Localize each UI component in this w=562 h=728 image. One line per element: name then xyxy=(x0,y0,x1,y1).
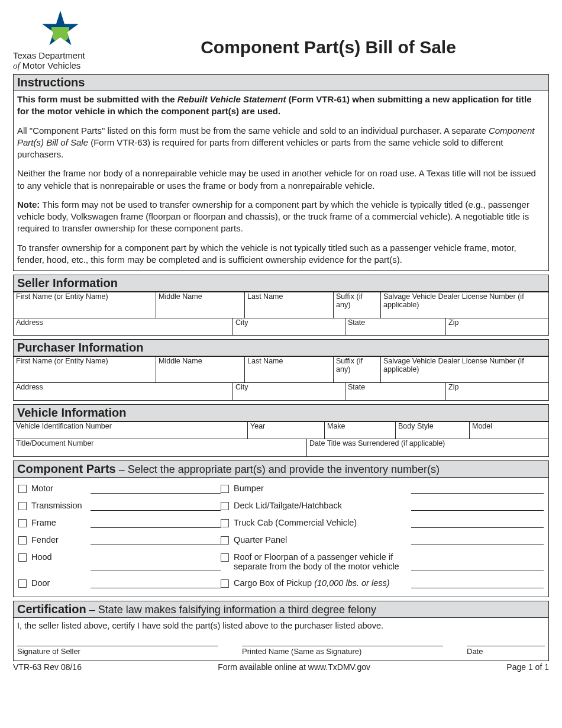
page-title: Component Part(s) Bill of Sale xyxy=(108,37,549,57)
checkbox-fender[interactable] xyxy=(18,536,27,545)
parts-heading-rest: – Select the appropriate part(s) and pro… xyxy=(116,463,440,475)
vin-field[interactable]: Vehicle Identification Number xyxy=(14,422,247,439)
inventory-number-field[interactable] xyxy=(411,535,544,545)
inventory-number-field[interactable] xyxy=(91,501,221,511)
part-label: Hood xyxy=(31,552,91,562)
instr-p2b: (Form VTR-63) is required for parts from… xyxy=(17,137,503,159)
seller-state-field[interactable]: State xyxy=(345,318,445,336)
purchaser-heading: Purchaser Information xyxy=(14,340,548,356)
checkbox-right-0[interactable] xyxy=(221,485,229,493)
model-field[interactable]: Model xyxy=(469,422,548,439)
seller-suffix-field[interactable]: Suffix (if any) xyxy=(333,292,380,318)
star-icon xyxy=(41,11,79,49)
checkbox-motor[interactable] xyxy=(18,485,27,493)
inventory-number-field[interactable] xyxy=(411,501,544,511)
purchaser-last-name-field[interactable]: Last Name xyxy=(244,357,333,382)
instr-p1a: This form must be submitted with the xyxy=(17,94,177,104)
checkbox-right-4[interactable] xyxy=(221,553,229,562)
part-label: Roof or Floorpan of a passenger vehicle … xyxy=(234,552,411,571)
checkbox-hood[interactable] xyxy=(18,553,27,562)
checkbox-right-1[interactable] xyxy=(221,502,229,510)
year-field[interactable]: Year xyxy=(247,422,324,439)
purchaser-zip-field[interactable]: Zip xyxy=(445,383,548,400)
purchaser-first-name-field[interactable]: First Name (or Entity Name) xyxy=(14,357,156,382)
instr-p1-ital: Rebuilt Vehicle Statement xyxy=(177,94,286,104)
purchaser-suffix-field[interactable]: Suffix (if any) xyxy=(333,357,380,382)
inventory-number-field[interactable] xyxy=(91,578,221,588)
part-label: Deck Lid/Tailgate/Hatchback xyxy=(234,501,411,510)
inventory-number-field[interactable] xyxy=(91,535,221,545)
checkbox-transmission[interactable] xyxy=(18,502,27,510)
instr-p3: Neither the frame nor body of a nonrepai… xyxy=(17,167,545,192)
seller-heading: Seller Information xyxy=(14,275,548,292)
printed-name-field[interactable]: Printed Name (Same as Signature) xyxy=(242,646,443,656)
seller-last-name-field[interactable]: Last Name xyxy=(244,292,333,318)
part-label: Bumper xyxy=(234,484,411,493)
part-label: Truck Cab (Commercial Vehicle) xyxy=(234,518,411,527)
inventory-number-field[interactable] xyxy=(91,561,221,571)
part-label: Cargo Box of Pickup (10,000 lbs. or less… xyxy=(234,578,411,588)
purchaser-section: Purchaser Information First Name (or Ent… xyxy=(13,339,549,400)
seller-license-field[interactable]: Salvage Vehicle Dealer License Number (i… xyxy=(380,292,548,318)
inventory-number-field[interactable] xyxy=(91,518,221,528)
purchaser-license-field[interactable]: Salvage Vehicle Dealer License Number (i… xyxy=(380,357,548,382)
make-field[interactable]: Make xyxy=(324,422,395,439)
vehicle-heading: Vehicle Information xyxy=(14,405,548,421)
seller-section: Seller Information First Name (or Entity… xyxy=(13,275,549,336)
instructions-section: Instructions This form must be submitted… xyxy=(13,74,549,271)
cert-date-field[interactable]: Date xyxy=(467,646,545,656)
inventory-number-field[interactable] xyxy=(411,484,544,494)
checkbox-door[interactable] xyxy=(18,579,27,588)
purchaser-city-field[interactable]: City xyxy=(232,383,345,400)
seller-city-field[interactable]: City xyxy=(232,318,345,336)
title-doc-field[interactable]: Title/Document Number xyxy=(14,439,306,456)
checkbox-right-5[interactable] xyxy=(221,579,229,588)
seller-address-field[interactable]: Address xyxy=(14,318,232,336)
part-label: Frame xyxy=(31,518,91,527)
vehicle-section: Vehicle Information Vehicle Identificati… xyxy=(13,404,549,458)
footer-page-number: Page 1 of 1 xyxy=(506,662,549,672)
inventory-number-field[interactable] xyxy=(411,561,544,571)
footer-url: Form available online at www.TxDMV.gov xyxy=(218,662,370,672)
instr-p5: To transfer ownership for a component pa… xyxy=(17,242,545,266)
instructions-heading: Instructions xyxy=(14,75,548,91)
seller-middle-name-field[interactable]: Middle Name xyxy=(156,292,244,318)
cert-heading-rest: – State law makes falsifying information… xyxy=(86,604,376,616)
inventory-number-field[interactable] xyxy=(91,484,221,494)
surrendered-date-field[interactable]: Date Title was Surrendered (if applicabl… xyxy=(306,439,548,456)
instr-p4b: This form may not be used to transfer ow… xyxy=(17,199,529,234)
part-label: Transmission xyxy=(31,501,91,510)
purchaser-address-field[interactable]: Address xyxy=(14,383,232,400)
signature-of-seller-field[interactable]: Signature of Seller xyxy=(17,646,218,656)
purchaser-state-field[interactable]: State xyxy=(345,383,445,400)
seller-first-name-field[interactable]: First Name (or Entity Name) xyxy=(14,292,156,318)
instr-p4a: Note: xyxy=(17,199,40,210)
instr-p2a: All "Component Parts" listed on this for… xyxy=(17,125,489,136)
checkbox-right-3[interactable] xyxy=(221,536,229,545)
part-label: Door xyxy=(31,578,91,588)
cert-statement: I, the seller listed above, certify I ha… xyxy=(17,621,545,630)
page-footer: VTR-63 Rev 08/16 Form available online a… xyxy=(13,662,549,672)
seller-zip-field[interactable]: Zip xyxy=(445,318,548,336)
checkbox-right-2[interactable] xyxy=(221,519,229,527)
checkbox-frame[interactable] xyxy=(18,519,27,527)
agency-logo: Texas Department of Motor Vehicles xyxy=(13,11,108,70)
part-label: Fender xyxy=(31,535,91,545)
logo-line-1: Texas Department xyxy=(13,51,108,61)
logo-line-2-rest: Motor Vehicles xyxy=(20,60,81,70)
parts-heading-bold: Component Parts xyxy=(17,462,116,475)
inventory-number-field[interactable] xyxy=(411,578,544,588)
parts-section: Component Parts – Select the appropriate… xyxy=(13,460,549,597)
footer-form-rev: VTR-63 Rev 08/16 xyxy=(13,662,82,672)
certification-section: Certification – State law makes falsifyi… xyxy=(13,601,549,661)
purchaser-middle-name-field[interactable]: Middle Name xyxy=(156,357,244,382)
part-label: Motor xyxy=(31,484,91,493)
body-style-field[interactable]: Body Style xyxy=(395,422,469,439)
inventory-number-field[interactable] xyxy=(411,518,544,528)
part-label: Quarter Panel xyxy=(234,535,411,545)
cert-heading-bold: Certification xyxy=(17,603,86,616)
logo-line-2-prefix: of xyxy=(13,61,20,70)
